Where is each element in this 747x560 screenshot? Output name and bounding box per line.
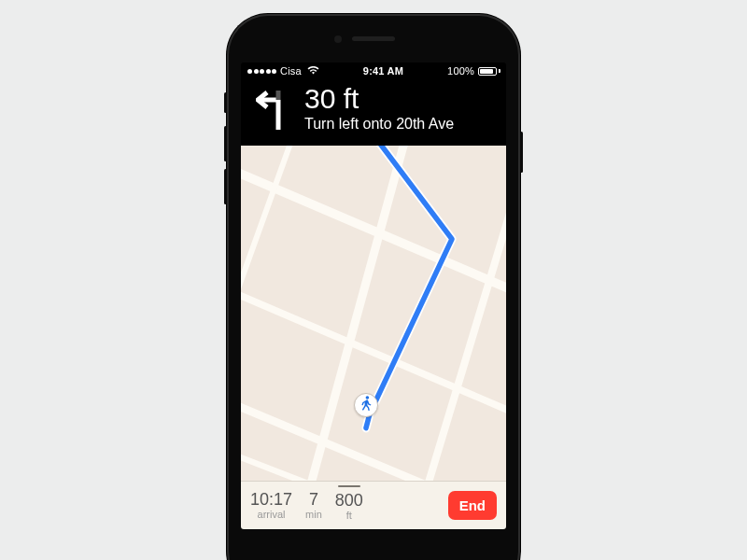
mute-switch[interactable]: [224, 92, 227, 113]
svg-point-0: [365, 396, 369, 399]
phone-frame: Cisa 9:41 AM 100% 30: [227, 14, 520, 560]
power-button[interactable]: [520, 132, 523, 173]
volume-down-button[interactable]: [224, 169, 227, 204]
signal-strength-icon: [247, 69, 276, 74]
battery-percent: 100%: [447, 65, 474, 77]
turn-left-icon: [256, 87, 293, 132]
wifi-icon: [307, 65, 319, 77]
navigation-bottom-bar: 10:17 arrival 7 min 800 ft End: [241, 481, 506, 529]
route-path: [241, 146, 506, 481]
carrier-label: Cisa: [280, 65, 302, 77]
distance-remaining-stat[interactable]: 800 ft: [335, 489, 363, 521]
duration-value: 7: [305, 491, 322, 509]
status-bar: Cisa 9:41 AM 100%: [241, 63, 506, 79]
screen: Cisa 9:41 AM 100% 30: [241, 63, 506, 529]
next-turn-instruction: Turn left onto 20th Ave: [304, 116, 454, 133]
direction-banner[interactable]: 30 ft Turn left onto 20th Ave: [241, 79, 506, 146]
current-location-marker: [354, 393, 378, 417]
clock: 9:41 AM: [319, 65, 447, 77]
map-view[interactable]: [241, 146, 506, 481]
next-turn-distance: 30 ft: [304, 85, 454, 113]
battery-icon: [478, 67, 500, 76]
arrival-time-value: 10:17: [250, 491, 292, 509]
volume-up-button[interactable]: [224, 126, 227, 161]
end-navigation-button[interactable]: End: [448, 491, 497, 520]
duration-label: min: [305, 510, 322, 521]
arrival-time-label: arrival: [250, 510, 292, 521]
distance-remaining-label: ft: [335, 511, 363, 522]
pedestrian-icon: [360, 396, 373, 415]
duration-stat: 7 min: [305, 491, 322, 520]
distance-remaining-value: 800: [335, 492, 363, 510]
arrival-time-stat: 10:17 arrival: [250, 491, 292, 520]
